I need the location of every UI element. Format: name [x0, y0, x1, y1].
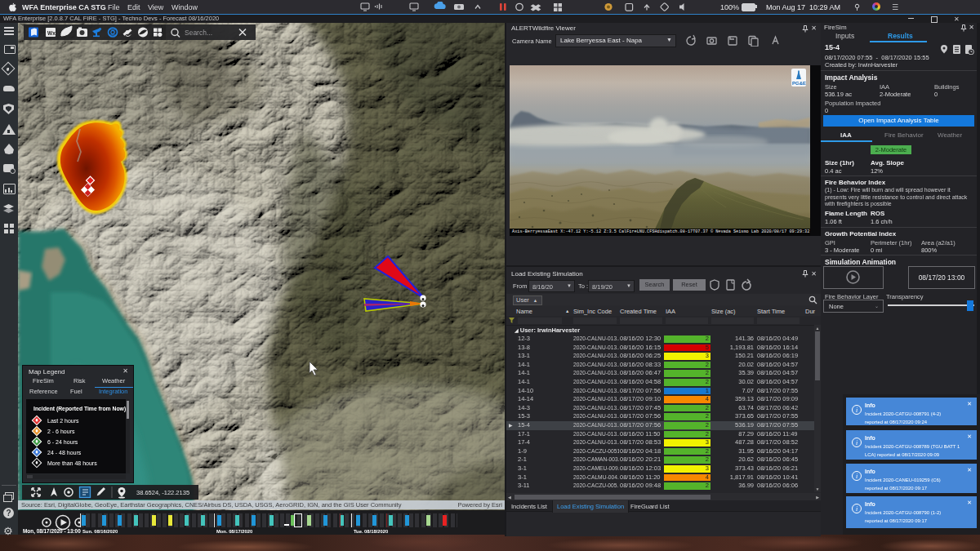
svg-text:2 - 6 hours: 2 - 6 hours — [47, 429, 75, 434]
svg-text:Mon, 08/17/2020 - 13:00: Mon, 08/17/2020 - 13:00 — [23, 528, 81, 535]
svg-text:Last 2 hours: Last 2 hours — [47, 418, 79, 424]
svg-text:More than 48 hours: More than 48 hours — [47, 460, 97, 466]
svg-text:6 - 24 hours: 6 - 24 hours — [47, 439, 78, 445]
svg-text:Wx: Wx — [47, 30, 56, 36]
svg-text:38.6524, -122.2135: 38.6524, -122.2135 — [136, 489, 189, 496]
svg-text:24 - 48 hours: 24 - 48 hours — [47, 450, 82, 455]
svg-text:Search...: Search... — [185, 29, 212, 37]
svg-text:PG&E: PG&E — [792, 81, 806, 86]
